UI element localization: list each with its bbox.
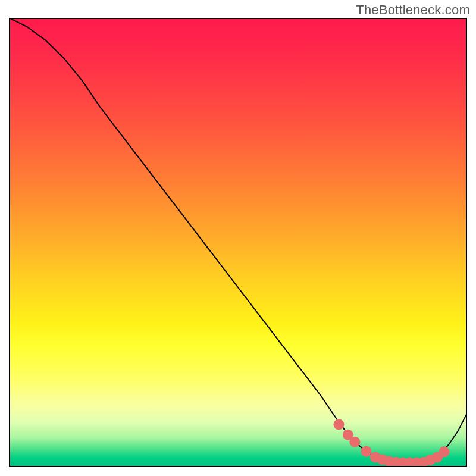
plot-area — [9, 18, 467, 467]
marker-dot — [333, 419, 344, 430]
marker-dot — [439, 446, 450, 457]
watermark-text: TheBottleneck.com — [356, 2, 470, 18]
marker-dot — [349, 437, 360, 447]
chart-container: TheBottleneck.com — [0, 0, 476, 476]
chart-svg — [9, 18, 467, 467]
curve-line — [9, 18, 467, 462]
marker-group — [333, 419, 449, 467]
marker-dot — [361, 446, 372, 457]
